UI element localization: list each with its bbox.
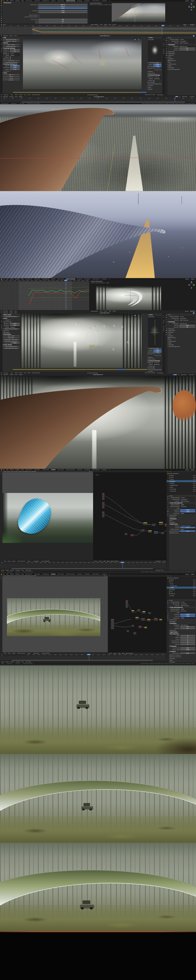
dope-menu-item[interactable]: View [1,570,4,571]
layout-tab[interactable]: Scripting [76,573,83,575]
frame-start-field[interactable]: Start 426 [182,96,188,97]
layout-tab[interactable]: UV Editing [83,0,91,2]
layout-tab[interactable]: Game Logic [57,469,65,470]
property-row[interactable]: Scene [167,314,196,315]
property-row[interactable]: Exposure0.000 [169,614,196,615]
track-panel-title[interactable]: ▾ Track [147,313,162,315]
track-row[interactable]: Average Error: 0.1071 [147,67,162,68]
property-row[interactable]: ▾ Motion Blur [169,523,196,525]
track-row[interactable]: Average Error: 0.3140 [147,353,162,354]
layout-tab[interactable]: Scripting [101,573,107,575]
tool-row[interactable]: ▾ Clip [3,37,21,38]
property-row[interactable]: Look [169,612,196,613]
layout-tab[interactable]: Video Editing [92,278,100,280]
compositor-node[interactable] [142,611,146,614]
playback-controls[interactable]: |◀ ◀◀ ◀ ● ▶ ▶▶ ▶| [94,96,104,97]
editor-type-icon[interactable]: ◔ [1,35,2,36]
property-row[interactable]: Exposure0.000 [169,509,196,511]
property-row[interactable]: ▸ Freestyle [169,620,196,622]
use-nodes-checkbox[interactable]: ▣ Use Nodes [126,653,133,654]
property-row[interactable]: Glossy4 [169,638,196,640]
normalize-toggle[interactable]: Normalize [25,661,32,662]
dopesheet[interactable]: ⊙ 91092093094095096097098099010001010102… [0,562,166,569]
property-row[interactable] [3,18,88,18]
track-row[interactable]: ▸ Plane Track [147,358,162,360]
property-row[interactable]: ▸ Hair [169,659,196,661]
track-row[interactable]: MatchKeyframe [147,78,162,79]
tool-row[interactable]: Detect Features [3,46,21,47]
pan-icon[interactable]: ✥ [134,38,136,41]
dopesheet-search[interactable]: ⊙ [0,654,25,655]
property-tab-icon[interactable]: ▦ [166,54,167,56]
property-row[interactable]: Render EngineCycles [167,315,196,317]
property-row[interactable]: ▸ Performance [167,340,196,342]
playback-controls[interactable]: |◀ ◀◀ ◀ ● ▶ ▶▶ ▶| [93,374,103,375]
property-row[interactable]: ▸ Freestyle [169,516,196,518]
property-row[interactable]: ▸ Simplify [169,521,196,523]
property-tab-icon[interactable]: ◔ [167,606,168,608]
property-row[interactable]: ▾ Sampling [167,321,196,323]
layout-tab[interactable]: + [108,469,111,470]
track-row[interactable]: ▾ Tracking Settings [147,360,162,361]
frame-start-field[interactable]: Start 1114 [180,374,187,375]
tool-row[interactable]: ▸ Geometry [3,331,21,333]
tool-row[interactable]: ▾ Solve [3,317,21,319]
track-row[interactable]: Prepass [147,80,162,81]
scene-selector[interactable]: Scene [185,278,190,280]
property-row[interactable]: Render EngineCycles [167,38,196,40]
node-menu-item[interactable]: View [94,560,97,562]
outliner-item[interactable]: ○MarbleCircle◉ ▣ [167,484,196,486]
viewlayer-selector[interactable]: ribbon [190,469,195,470]
track-row[interactable]: Stab Weight1.000 [147,351,162,353]
property-row[interactable]: Viewport64 [167,49,196,51]
track-row[interactable]: Motion modelLocScale [147,76,162,78]
visibility-icons[interactable]: ◉ ▣ [193,591,196,592]
compositor-node[interactable] [130,534,134,536]
pan-icon[interactable]: ✥ [134,314,136,317]
tool-row[interactable]: Keyfram.1111 [3,323,21,324]
compositor-node[interactable] [148,530,152,533]
property-row[interactable]: Crop to Render Region [3,16,88,18]
property-row[interactable]: ▸ Film [167,61,196,63]
track-row[interactable]: Stab Weight1.000 [147,65,162,67]
zoom-icon[interactable]: ◎ [91,471,92,472]
visibility-icons[interactable]: ◉ ▣ [193,488,196,490]
layout-tab[interactable]: Scripting [76,0,83,2]
compositor-node[interactable] [131,625,134,627]
image-editor[interactable] [2,577,108,652]
current-frame-badge[interactable]: 1127 [121,562,124,563]
track-marker[interactable] [92,327,94,328]
property-row[interactable]: Total12 [169,635,196,636]
outliner[interactable]: ▾⊙ ▦Scene Collection ▲ribbon◉ ▣▲mask◉ ▣○… [167,470,196,495]
track-name-field[interactable]: Track.001 [147,39,161,40]
sidebar-tab[interactable]: Stabilization [163,326,164,332]
axis-gizmo-icon[interactable] [188,281,195,290]
tool-row[interactable]: ▾ Plane Track [3,314,21,315]
visibility-icons[interactable]: ◉ ▣ [193,583,196,584]
property-row[interactable]: ▾ Color Management [169,502,196,504]
property-row[interactable]: Feature SetSupported [169,498,196,500]
editor-type-icon[interactable]: ◔ [1,94,2,95]
compositor-node[interactable] [154,618,158,621]
property-row[interactable]: ▸ Light Paths [167,52,196,54]
menu-item[interactable]: Window [15,573,20,575]
rgb-toggle[interactable]: R G B [163,560,166,562]
menu-item[interactable]: Help [21,469,24,470]
property-row[interactable]: IntegratorPath Tracing [169,624,196,626]
property-tab-icon[interactable]: ● [166,329,167,331]
property-row[interactable]: ▣ Motion Blur [167,337,196,338]
property-row[interactable]: ▸ Advanced [167,51,196,52]
compositor-node[interactable] [137,609,140,612]
image-menu-item[interactable]: Image [11,560,16,562]
menu-item[interactable]: Render [10,573,14,575]
property-tab-icon[interactable]: ▣ [167,602,169,603]
graph-menu-item[interactable]: Graph [9,35,13,36]
scene-selector[interactable]: Scene [185,573,190,575]
tool-row[interactable]: RefineNothing [3,326,21,328]
layout-tab[interactable]: Scripting [76,278,83,280]
tool-row[interactable]: Set X Axis · Set Y Axis [3,339,21,340]
property-row[interactable]: End444 [3,20,88,22]
menu-item[interactable]: Window [15,469,20,470]
pass-dropdown[interactable]: Composite [32,652,40,654]
tool-row[interactable]: Keyfram.1121 [3,325,21,326]
